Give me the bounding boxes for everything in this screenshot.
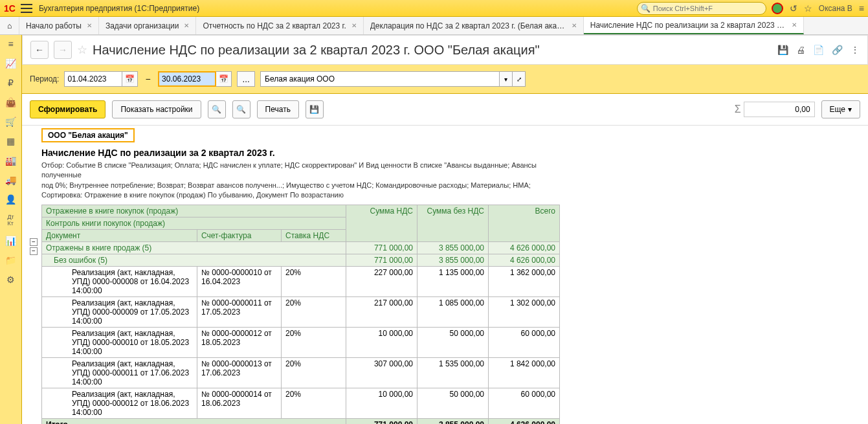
- cart-icon[interactable]: 🛒: [5, 117, 16, 127]
- cell-total: 60 000,00: [489, 327, 560, 357]
- table-row[interactable]: Реализация (акт, накладная, УПД) 0000-00…: [42, 266, 560, 296]
- report-table: Отражение в книге покупок (продаж) Сумма…: [41, 205, 560, 424]
- tab-label: Отчетность по НДС за 2 квартал 2023 г.: [203, 21, 346, 30]
- date-from-input[interactable]: [64, 71, 122, 87]
- cell-vat: 10 000,00: [346, 388, 417, 418]
- gear-icon[interactable]: ⚙: [6, 274, 15, 285]
- link-icon[interactable]: 🔗: [832, 45, 843, 55]
- nav-forward-button[interactable]: →: [54, 41, 72, 59]
- global-search[interactable]: 🔍: [637, 2, 766, 15]
- more-icon[interactable]: ⋮: [851, 45, 860, 55]
- chart-icon[interactable]: 📈: [5, 58, 16, 69]
- notifications-icon[interactable]: [772, 3, 783, 14]
- show-settings-button[interactable]: Показать настройки: [112, 100, 201, 118]
- menu-icon[interactable]: ≡: [859, 3, 864, 14]
- menu-icon[interactable]: ≡: [8, 39, 13, 49]
- calendar-icon[interactable]: 📅: [122, 71, 138, 87]
- truck-icon[interactable]: 🚚: [5, 175, 16, 185]
- dtkt-icon[interactable]: ДтКт: [7, 214, 14, 227]
- factory-icon[interactable]: 🏭: [5, 155, 16, 166]
- favorites-icon[interactable]: ☆: [804, 3, 812, 14]
- nav-back-button[interactable]: ←: [30, 41, 49, 59]
- collapse-toggle[interactable]: −: [30, 247, 38, 255]
- cell-base: 1 135 000,00: [417, 266, 489, 296]
- report-body: ООО "Белая акация" Начисление НДС по реа…: [22, 126, 868, 424]
- tab-0[interactable]: Начало работы✕: [19, 17, 99, 34]
- group-sales-book[interactable]: Отражены в книге продаж (5) 771 000,00 3…: [42, 241, 560, 254]
- org-input[interactable]: [260, 71, 500, 87]
- home-tab[interactable]: ⌂: [0, 17, 19, 34]
- group-no-errors[interactable]: Без ошибок (5) 771 000,00 3 855 000,00 4…: [42, 254, 560, 266]
- chevron-down-icon[interactable]: ▾: [500, 71, 513, 87]
- tab-3[interactable]: Декларация по НДС за 2 квартал 2023 г. (…: [364, 17, 584, 34]
- close-icon[interactable]: ✕: [792, 21, 797, 28]
- cell: 771 000,00: [346, 254, 417, 266]
- cell-invoice: № 0000-0000014 от 18.06.2023: [197, 388, 282, 418]
- folder-icon[interactable]: 📁: [5, 255, 16, 265]
- more-label: Еще: [830, 105, 845, 114]
- date-to-input[interactable]: [158, 71, 216, 87]
- print-button[interactable]: Печать: [257, 100, 299, 118]
- sum-input[interactable]: [744, 102, 815, 117]
- table-row[interactable]: Реализация (акт, накладная, УПД) 0000-00…: [42, 357, 560, 388]
- grid-icon[interactable]: ▦: [6, 136, 15, 146]
- cell-base: 1 085 000,00: [417, 296, 489, 327]
- stats-icon[interactable]: 📊: [5, 236, 16, 246]
- period-label: Период:: [30, 74, 59, 84]
- org-select[interactable]: ▾ ⤢: [260, 71, 526, 87]
- generate-button[interactable]: Сформировать: [30, 100, 106, 118]
- tab-label: Декларация по НДС за 2 квартал 2023 г. (…: [370, 21, 566, 30]
- col-control: Контроль книги покупок (продаж): [42, 217, 346, 229]
- close-icon[interactable]: ✕: [87, 22, 92, 29]
- date-to[interactable]: 📅: [158, 71, 232, 87]
- report-sort: Сортировка: Отражение в книге покупок (п…: [41, 190, 559, 200]
- page-title: Начисление НДС по реализации за 2 кварта…: [93, 43, 540, 58]
- cell-total: 1 302 000,00: [489, 296, 560, 327]
- close-icon[interactable]: ✕: [351, 22, 357, 29]
- tab-1[interactable]: Задачи организации✕: [99, 17, 197, 34]
- tab-label: Начисление НДС по реализации за 2 кварта…: [590, 21, 786, 30]
- cell-base: 50 000,00: [417, 327, 489, 357]
- bag-icon[interactable]: 👜: [5, 97, 16, 107]
- cell: 4 626 000,00: [489, 254, 560, 266]
- totals-total: 4 626 000,00: [489, 418, 560, 424]
- collapse-toggle[interactable]: −: [30, 238, 38, 246]
- org-header: ООО "Белая акация": [41, 128, 135, 142]
- tab-label: Задачи организации: [106, 21, 179, 30]
- ruble-icon[interactable]: ₽: [8, 78, 14, 88]
- expand-icon[interactable]: ⤢: [513, 71, 526, 87]
- print-icon[interactable]: 🖨: [796, 45, 805, 55]
- cell-invoice: № 0000-0000012 от 18.05.2023: [197, 327, 282, 357]
- favorite-star-icon[interactable]: ☆: [77, 43, 87, 57]
- close-icon[interactable]: ✕: [572, 22, 577, 29]
- save-icon[interactable]: 💾: [777, 45, 788, 55]
- history-icon[interactable]: ↺: [790, 3, 797, 14]
- tab-4[interactable]: Начисление НДС по реализации за 2 кварта…: [584, 17, 804, 34]
- sidebar: ≡ 📈 ₽ 👜 🛒 ▦ 🏭 🚚 👤 ДтКт 📊 📁 ⚙: [0, 35, 22, 424]
- hamburger-icon[interactable]: [21, 4, 32, 13]
- more-button[interactable]: Еще ▾: [821, 100, 860, 118]
- table-row[interactable]: Реализация (акт, накладная, УПД) 0000-00…: [42, 388, 560, 418]
- save-disk-icon[interactable]: 💾: [306, 100, 324, 118]
- user-name[interactable]: Оксана В: [819, 4, 852, 13]
- sum-box: Σ: [735, 102, 815, 117]
- tab-2[interactable]: Отчетность по НДС за 2 квартал 2023 г.✕: [196, 17, 363, 34]
- search-input[interactable]: [637, 2, 766, 15]
- person-icon[interactable]: 👤: [5, 194, 16, 205]
- period-ellipsis-button[interactable]: ...: [237, 71, 255, 87]
- find-icon[interactable]: 🔍: [208, 100, 226, 118]
- cell-total: 60 000,00: [489, 388, 560, 418]
- calendar-icon[interactable]: 📅: [216, 71, 232, 87]
- report-filter-2: под 0%; Внутреннее потребление; Возврат;…: [41, 181, 559, 190]
- table-row[interactable]: Реализация (акт, накладная, УПД) 0000-00…: [42, 327, 560, 357]
- find-next-icon[interactable]: 🔍: [232, 100, 250, 118]
- col-invoice: Счет-фактура: [197, 229, 282, 241]
- tab-label: Начало работы: [26, 21, 82, 30]
- date-from[interactable]: 📅: [64, 71, 138, 87]
- totals-base: 3 855 000,00: [417, 418, 489, 424]
- document-icon[interactable]: 📄: [813, 45, 824, 55]
- table-row[interactable]: Реализация (акт, накладная, УПД) 0000-00…: [42, 296, 560, 327]
- cell-invoice: № 0000-0000010 от 16.04.2023: [197, 266, 282, 296]
- close-icon[interactable]: ✕: [184, 22, 189, 29]
- cell-rate: 20%: [282, 266, 346, 296]
